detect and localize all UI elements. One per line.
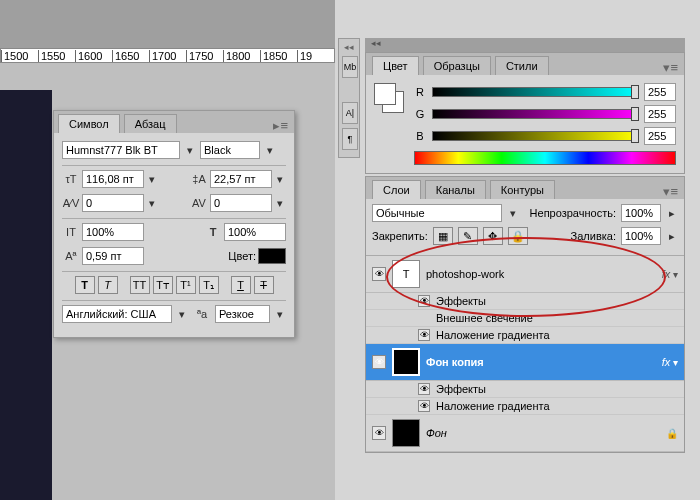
dropdown-icon[interactable]: ▾ (274, 173, 286, 186)
layer-name[interactable]: Фон копия (426, 356, 656, 368)
dropdown-icon[interactable]: ▸ (666, 230, 678, 243)
blue-value-input[interactable] (644, 127, 676, 145)
visibility-toggle[interactable]: 👁 (372, 267, 386, 281)
blue-slider[interactable] (432, 131, 638, 141)
font-style-input[interactable] (200, 141, 260, 159)
dropdown-icon[interactable]: ▾ (264, 144, 276, 157)
hscale-icon: T (204, 224, 222, 240)
tab-paragraph[interactable]: Абзац (124, 114, 177, 133)
effects-header[interactable]: 👁Эффекты (366, 381, 684, 398)
fill-input[interactable] (621, 227, 661, 245)
green-value-input[interactable] (644, 105, 676, 123)
foreground-background-swatch[interactable] (374, 83, 404, 113)
visibility-toggle[interactable]: 👁 (418, 329, 430, 341)
tab-layers[interactable]: Слои (372, 180, 421, 199)
tab-color[interactable]: Цвет (372, 56, 419, 75)
lock-position-button[interactable]: ✥ (483, 227, 503, 245)
lock-all-button[interactable]: 🔒 (508, 227, 528, 245)
b-label: B (414, 130, 426, 142)
green-slider[interactable] (432, 109, 638, 119)
lock-transparency-button[interactable]: ▦ (433, 227, 453, 245)
layer-row[interactable]: 👁 T photoshop-work fx ▾ (366, 256, 684, 293)
layer-row[interactable]: 👁 Фон 🔒 (366, 415, 684, 452)
language-select[interactable] (62, 305, 172, 323)
vertical-scale-input[interactable] (82, 223, 144, 241)
antialias-select[interactable] (215, 305, 270, 323)
spectrum-picker[interactable] (414, 151, 676, 165)
canvas-area[interactable] (0, 90, 52, 500)
tab-channels[interactable]: Каналы (425, 180, 486, 199)
smallcaps-button[interactable]: Tᴛ (153, 276, 173, 294)
font-size-icon: τT (62, 171, 80, 187)
strikethrough-button[interactable]: T (254, 276, 274, 294)
text-color-swatch[interactable] (258, 248, 286, 264)
character-panel: Символ Абзац ▸≡ ▾ ▾ τT▾ ‡A▾ A⁄V▾ AV▾ IT … (53, 110, 295, 338)
layer-thumbnail[interactable]: T (392, 260, 420, 288)
antialias-icon: ªa (193, 306, 211, 322)
opacity-input[interactable] (621, 204, 661, 222)
italic-button[interactable]: T (98, 276, 118, 294)
dropdown-icon[interactable]: ▾ (146, 197, 158, 210)
dock-button-paragraph[interactable]: ¶ (342, 128, 358, 150)
document-tab-bar[interactable] (0, 0, 335, 48)
fill-label: Заливка: (571, 230, 616, 242)
tracking-input[interactable] (210, 194, 272, 212)
dropdown-icon[interactable]: ▾ (146, 173, 158, 186)
effect-gradient-overlay[interactable]: 👁Наложение градиента (366, 327, 684, 344)
font-family-input[interactable] (62, 141, 180, 159)
tab-swatches[interactable]: Образцы (423, 56, 491, 75)
blend-mode-select[interactable] (372, 204, 502, 222)
fx-badge[interactable]: fx ▾ (662, 268, 678, 280)
baseline-icon: Aª (62, 248, 80, 264)
tab-styles[interactable]: Стили (495, 56, 549, 75)
color-label: Цвет: (228, 250, 256, 262)
dropdown-icon[interactable]: ▾ (176, 308, 188, 321)
horizontal-scale-input[interactable] (224, 223, 286, 241)
panel-menu-icon[interactable]: ▸≡ (273, 118, 288, 133)
expand-arrow-icon[interactable]: ◂◂ (342, 42, 356, 52)
effect-outer-glow[interactable]: Внешнее свечение (366, 310, 684, 327)
visibility-toggle[interactable]: 👁 (418, 400, 430, 412)
layer-name[interactable]: photoshop-work (426, 268, 656, 280)
tab-character[interactable]: Символ (58, 114, 120, 133)
dropdown-icon[interactable]: ▾ (274, 308, 286, 321)
dropdown-icon[interactable]: ▾ (184, 144, 196, 157)
tracking-icon: AV (190, 195, 208, 211)
kerning-input[interactable] (82, 194, 144, 212)
superscript-button[interactable]: T¹ (176, 276, 196, 294)
layer-thumbnail[interactable] (392, 348, 420, 376)
dropdown-icon[interactable]: ▾ (507, 207, 519, 220)
layer-row[interactable]: 👁 Фон копия fx ▾ (366, 344, 684, 381)
allcaps-button[interactable]: TT (130, 276, 150, 294)
lock-pixels-button[interactable]: ✎ (458, 227, 478, 245)
underline-button[interactable]: T (231, 276, 251, 294)
panel-menu-icon[interactable]: ▾≡ (663, 60, 678, 75)
font-size-input[interactable] (82, 170, 144, 188)
baseline-shift-input[interactable] (82, 247, 144, 265)
visibility-toggle[interactable]: 👁 (372, 426, 386, 440)
leading-input[interactable] (210, 170, 272, 188)
effects-header[interactable]: 👁Эффекты (366, 293, 684, 310)
dropdown-icon[interactable]: ▸ (666, 207, 678, 220)
fx-badge[interactable]: fx ▾ (662, 356, 678, 368)
lock-icon: 🔒 (666, 428, 678, 439)
tab-paths[interactable]: Контуры (490, 180, 555, 199)
subscript-button[interactable]: T₁ (199, 276, 219, 294)
layer-name[interactable]: Фон (426, 427, 660, 439)
dock-button-character[interactable]: A| (342, 102, 358, 124)
collapse-arrow-icon[interactable]: ◂◂ (365, 38, 685, 52)
panel-menu-icon[interactable]: ▾≡ (663, 184, 678, 199)
dock-button-mb[interactable]: Mb (342, 56, 358, 78)
visibility-toggle[interactable]: 👁 (372, 355, 386, 369)
layer-thumbnail[interactable] (392, 419, 420, 447)
leading-icon: ‡A (190, 171, 208, 187)
red-value-input[interactable] (644, 83, 676, 101)
visibility-toggle[interactable]: 👁 (418, 295, 430, 307)
effect-gradient-overlay[interactable]: 👁Наложение градиента (366, 398, 684, 415)
dropdown-icon[interactable]: ▾ (274, 197, 286, 210)
red-slider[interactable] (432, 87, 638, 97)
color-panel: Цвет Образцы Стили ▾≡ R G B (365, 52, 685, 174)
lock-label: Закрепить: (372, 230, 428, 242)
bold-button[interactable]: T (75, 276, 95, 294)
visibility-toggle[interactable]: 👁 (418, 383, 430, 395)
